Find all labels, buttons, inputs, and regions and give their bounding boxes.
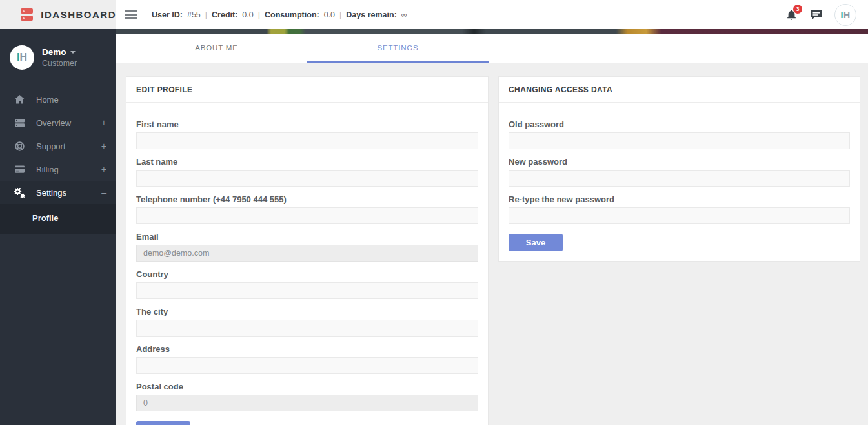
expand-indicator: +	[101, 141, 106, 151]
settings-submenu: Profile	[0, 204, 116, 234]
field-label: Postal code	[136, 382, 478, 391]
country-input[interactable]	[136, 282, 478, 299]
avatar-letter-h: H	[843, 10, 851, 20]
separator: |	[339, 10, 341, 19]
field-label: Re-type the new password	[509, 194, 850, 204]
user-id-value: #55	[187, 10, 201, 19]
server-stack-icon	[21, 8, 33, 21]
top-navigation: IDASHBOARD User ID: #55 | Credit: 0.0 | …	[0, 0, 868, 29]
credit-card-icon	[14, 164, 25, 174]
profile-tabs: ABOUT ME SETTINGS	[116, 34, 868, 63]
days-remain-label: Days remain:	[346, 10, 397, 19]
address-input[interactable]	[136, 357, 478, 374]
life-ring-icon	[14, 141, 25, 151]
field-old-password: Old password	[509, 119, 850, 149]
avatar-letter-h: H	[19, 52, 27, 63]
field-country: Country	[136, 269, 478, 299]
account-info-bar: User ID: #55 | Credit: 0.0 | Consumption…	[152, 10, 407, 19]
separator: |	[205, 10, 207, 19]
user-avatar[interactable]: IH	[834, 4, 856, 26]
sidebar-item-label: Support	[36, 141, 66, 151]
email-input[interactable]	[136, 245, 478, 262]
password-save-button[interactable]: Save	[509, 234, 563, 251]
field-email: Email	[136, 232, 478, 262]
user-role: Customer	[42, 59, 77, 68]
field-postal-code: Postal code	[136, 382, 478, 411]
access-data-title: CHANGING ACCESS DATA	[499, 77, 860, 103]
field-telephone: Telephone number (+44 7950 444 555)	[136, 194, 478, 224]
sidebar-item-settings[interactable]: Settings –	[0, 181, 116, 204]
sidebar-item-label: Home	[36, 95, 59, 105]
first-name-input[interactable]	[136, 132, 478, 149]
last-name-input[interactable]	[136, 170, 478, 187]
user-id-label: User ID:	[152, 10, 183, 19]
old-password-input[interactable]	[509, 132, 850, 149]
expand-indicator: +	[101, 164, 106, 174]
city-input[interactable]	[136, 320, 478, 337]
separator: |	[258, 10, 260, 19]
notifications-button[interactable]: 3	[784, 8, 798, 22]
field-label: Address	[136, 344, 478, 354]
edit-profile-title: EDIT PROFILE	[126, 77, 488, 103]
user-name-dropdown[interactable]: Demo	[42, 47, 77, 57]
field-first-name: First name	[136, 119, 478, 149]
field-label: Telephone number (+44 7950 444 555)	[136, 194, 478, 204]
field-new-password: New password	[509, 157, 850, 187]
messages-button[interactable]	[809, 8, 823, 22]
consumption-value: 0.0	[324, 10, 335, 19]
retype-password-input[interactable]	[509, 207, 850, 224]
field-label: First name	[136, 119, 478, 129]
field-label: Email	[136, 232, 478, 242]
profile-save-button[interactable]: Save	[136, 421, 190, 425]
edit-profile-card: EDIT PROFILE First name Last name Teleph…	[126, 76, 489, 425]
gears-icon	[14, 187, 25, 198]
sidebar-item-label: Billing	[36, 165, 59, 174]
sidebar-user-panel: IH Demo Customer	[0, 29, 116, 88]
access-data-card: CHANGING ACCESS DATA Old password New pa…	[498, 76, 860, 262]
postal-code-input[interactable]	[136, 395, 478, 411]
sidebar: IH Demo Customer Home Overview +	[0, 29, 116, 425]
sidebar-subitem-profile[interactable]: Profile	[0, 208, 116, 228]
field-retype-password: Re-type the new password	[509, 194, 850, 224]
sidebar-item-support[interactable]: Support +	[0, 134, 116, 158]
new-password-input[interactable]	[509, 170, 850, 187]
sidebar-item-billing[interactable]: Billing +	[0, 158, 116, 181]
field-address: Address	[136, 344, 478, 374]
field-label: New password	[509, 157, 850, 167]
brand-logo[interactable]: IDASHBOARD	[0, 0, 116, 29]
user-name: Demo	[42, 47, 66, 57]
menu-toggle-icon[interactable]	[125, 10, 137, 19]
days-remain-value: ∞	[401, 10, 407, 19]
caret-down-icon	[70, 51, 76, 54]
field-label: Old password	[509, 119, 850, 129]
main-content: ABOUT ME SETTINGS EDIT PROFILE First nam…	[116, 29, 868, 425]
field-city: The city	[136, 307, 478, 337]
chat-icon	[811, 10, 822, 20]
field-label: Last name	[136, 157, 478, 167]
cover-image-strip	[116, 29, 868, 34]
sidebar-item-label: Settings	[36, 188, 66, 198]
sidebar-item-label: Overview	[36, 118, 71, 128]
credit-value: 0.0	[242, 10, 253, 19]
tab-settings[interactable]: SETTINGS	[307, 34, 489, 63]
brand-name: IDASHBOARD	[41, 9, 116, 20]
overview-icon	[14, 118, 25, 128]
sidebar-item-overview[interactable]: Overview +	[0, 111, 116, 134]
sidebar-item-home[interactable]: Home	[0, 88, 116, 111]
telephone-input[interactable]	[136, 207, 478, 224]
consumption-label: Consumption:	[265, 10, 319, 19]
field-label: Country	[136, 269, 478, 279]
tab-about-me[interactable]: ABOUT ME	[126, 34, 307, 63]
credit-label: Credit:	[212, 10, 237, 19]
notifications-badge: 3	[793, 5, 802, 14]
field-last-name: Last name	[136, 157, 478, 187]
home-icon	[14, 94, 25, 105]
collapse-indicator: –	[101, 187, 106, 198]
expand-indicator: +	[101, 118, 106, 128]
field-label: The city	[136, 307, 478, 316]
sidebar-menu: Home Overview + Support + Billing +	[0, 88, 116, 234]
sidebar-avatar[interactable]: IH	[10, 45, 34, 70]
